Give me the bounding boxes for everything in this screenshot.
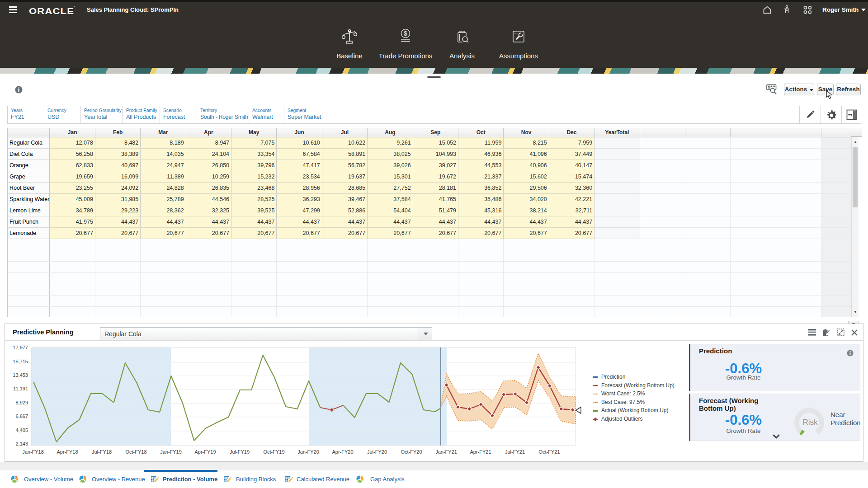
svg-text:$: $ [404,30,407,37]
